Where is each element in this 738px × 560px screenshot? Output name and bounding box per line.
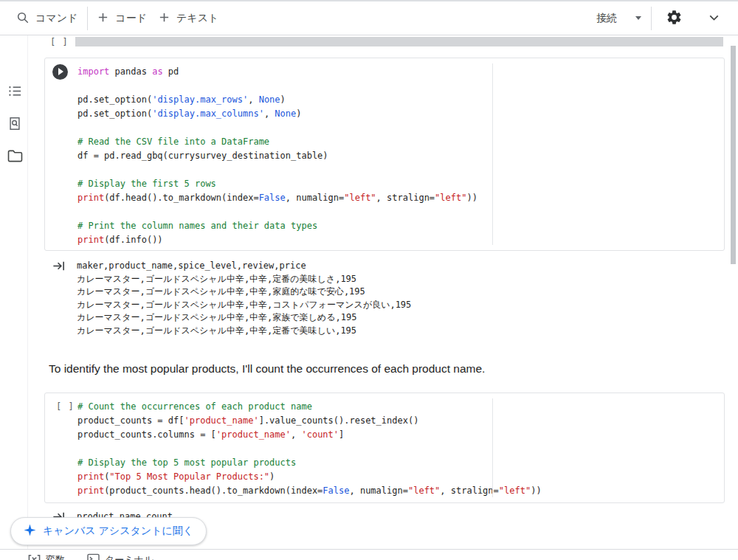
text-cell[interactable]: To identify the most popular products, I… (49, 361, 691, 377)
variables-label: 変数 (46, 553, 65, 560)
chevron-down-icon (706, 10, 722, 27)
output-indicator-icon[interactable] (52, 259, 66, 275)
cell-output-1: maker,product_name,spice_level,review,pr… (44, 257, 725, 338)
caret-down-icon (635, 16, 641, 20)
sidebar-item-files[interactable] (5, 148, 24, 167)
search-icon (16, 11, 29, 26)
bottom-panel-bar: 変数 ターミナル (0, 549, 738, 560)
variables-panel-button[interactable]: 変数 (28, 553, 65, 560)
terminal-label: ターミナル (105, 553, 154, 560)
code-cell-2: [ ] # Count the occurrences of each prod… (44, 393, 725, 503)
command-palette-button[interactable]: コマンド (10, 7, 83, 30)
editor-column-ruler (492, 63, 493, 245)
add-text-cell-button[interactable]: テキスト (153, 7, 224, 30)
connect-label: 接続 (596, 12, 617, 25)
toc-icon (7, 83, 23, 101)
cell-prompt-run-area[interactable]: [ ] (52, 401, 79, 412)
canvas-assistant-label: キャンバス アシスタントに聞く (43, 525, 193, 538)
collapse-header-button[interactable] (703, 7, 725, 30)
settings-button[interactable] (663, 6, 686, 31)
gear-icon (666, 9, 683, 28)
connect-button[interactable]: 接続 (590, 7, 647, 30)
run-cell-button[interactable] (52, 64, 68, 80)
toolbar-right-group: 接続 (590, 6, 728, 31)
add-code-label: コード (115, 12, 147, 25)
left-sidebar-rail (0, 35, 28, 549)
terminal-icon (87, 553, 100, 560)
toolbar-divider (651, 7, 652, 30)
plus-icon (159, 12, 170, 25)
variables-icon (28, 554, 41, 560)
toolbar-divider (87, 7, 88, 30)
code-editor[interactable]: # Count the occurrences of each product … (77, 393, 723, 502)
sidebar-item-find-replace[interactable] (5, 115, 24, 134)
command-palette-label: コマンド (35, 12, 77, 25)
add-code-cell-button[interactable]: コード (92, 7, 153, 30)
notebook-toolbar: コマンド コード テキスト 接続 (0, 1, 738, 35)
editor-column-ruler (492, 398, 493, 497)
add-text-label: テキスト (176, 12, 218, 25)
colab-notebook-window: コマンド コード テキスト 接続 (0, 0, 738, 560)
scrolled-cell-remnant (75, 37, 723, 46)
folder-icon (7, 150, 23, 165)
document-search-icon (7, 116, 22, 134)
canvas-assistant-button[interactable]: キャンバス アシスタントに聞く (10, 517, 207, 545)
scrolled-cell-prompt[interactable]: [ ] (50, 37, 69, 47)
code-cell-1: import pandas as pdpd.set_option('displa… (44, 58, 725, 251)
plus-icon (97, 12, 108, 25)
code-editor[interactable]: import pandas as pdpd.set_option('displa… (77, 58, 723, 250)
vertical-scrollbar-thumb[interactable] (731, 46, 736, 264)
sparkle-icon (24, 524, 36, 539)
output-text: maker,product_name,spice_level,review,pr… (77, 260, 725, 337)
terminal-panel-button[interactable]: ターミナル (87, 553, 154, 560)
sidebar-item-table-of-contents[interactable] (5, 83, 24, 102)
